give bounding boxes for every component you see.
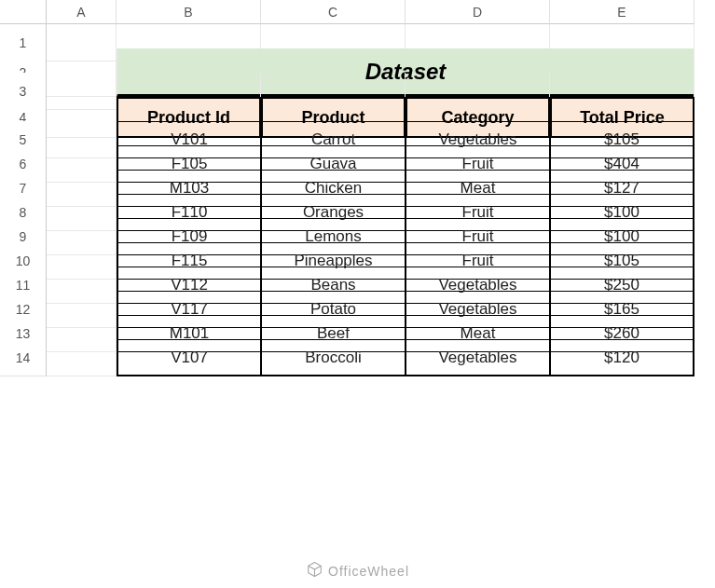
col-header-E[interactable]: E	[550, 0, 694, 24]
watermark-text: OfficeWheel	[328, 564, 409, 579]
row-header-14[interactable]: 14	[0, 339, 47, 376]
cell-A14[interactable]	[47, 339, 117, 376]
table-row[interactable]: V107	[117, 339, 261, 376]
col-header-D[interactable]: D	[406, 0, 550, 24]
watermark: OfficeWheel	[306, 561, 409, 581]
table-row[interactable]: Vegetables	[406, 339, 550, 376]
table-row[interactable]: Broccoli	[261, 339, 406, 376]
corner-cell[interactable]	[0, 0, 47, 24]
hexagon-icon	[306, 561, 323, 581]
table-row[interactable]: $120	[550, 339, 694, 376]
col-header-C[interactable]: C	[261, 0, 406, 24]
col-header-B[interactable]: B	[117, 0, 261, 24]
spreadsheet-grid: A B C D E 1 2 Dataset 3 4 Product Id Pro…	[0, 0, 715, 363]
col-header-A[interactable]: A	[47, 0, 117, 24]
